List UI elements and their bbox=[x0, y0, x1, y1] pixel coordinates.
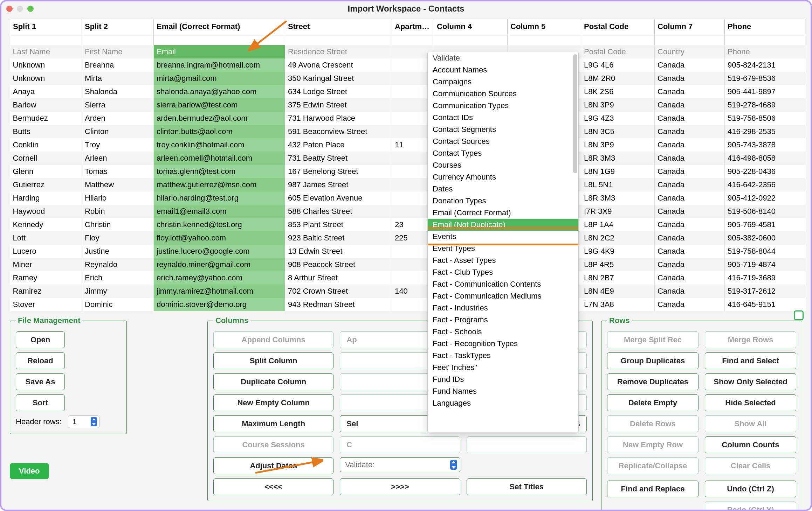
table-cell[interactable]: Canada bbox=[655, 58, 725, 72]
table-cell[interactable]: L8N 3P9 bbox=[581, 98, 655, 112]
table-cell[interactable]: Postal Code bbox=[581, 45, 655, 59]
column-header[interactable]: Column 4 bbox=[434, 19, 508, 34]
table-cell[interactable]: Kennedy bbox=[10, 218, 82, 231]
dropdown-option[interactable]: Email (Not Duplicate) bbox=[428, 219, 578, 231]
table-cell[interactable]: Floy bbox=[82, 231, 154, 245]
dropdown-option[interactable]: Fact - Asset Types bbox=[428, 254, 578, 266]
table-cell[interactable]: Canada bbox=[655, 205, 725, 218]
column-filter[interactable] bbox=[725, 34, 805, 45]
table-cell[interactable]: Canada bbox=[655, 271, 725, 285]
table-cell[interactable]: 591 Beaconview Street bbox=[285, 125, 392, 138]
dropdown-option[interactable]: Fund Names bbox=[428, 385, 578, 397]
table-cell[interactable]: dominic.stover@demo.org bbox=[154, 298, 285, 311]
adjust-dates-button[interactable]: Adjust Dates bbox=[213, 457, 333, 474]
dropdown-option[interactable]: Courses bbox=[428, 159, 578, 171]
dropdown-option[interactable]: Campaigns bbox=[428, 76, 578, 88]
table-cell[interactable]: Dominic bbox=[82, 298, 154, 311]
table-cell[interactable]: Canada bbox=[655, 98, 725, 112]
column-filter[interactable] bbox=[581, 34, 655, 45]
table-cell[interactable]: L8K 2S6 bbox=[581, 85, 655, 98]
dropdown-option[interactable]: Contact IDs bbox=[428, 112, 578, 124]
column-header[interactable]: Split 1 bbox=[10, 19, 82, 34]
table-cell[interactable]: 375 Edwin Street bbox=[285, 98, 392, 112]
dropdown-option[interactable]: Fact - Programs bbox=[428, 314, 578, 326]
table-cell[interactable]: arden.bermudez@aol.com bbox=[154, 112, 285, 125]
dropdown-option[interactable]: Feet' Inches" bbox=[428, 362, 578, 373]
table-cell[interactable]: Clinton bbox=[82, 125, 154, 138]
table-row[interactable]: HardingHilariohilario.harding@test.org60… bbox=[10, 191, 805, 205]
table-cell[interactable]: 519-317-2612 bbox=[725, 285, 805, 298]
table-cell[interactable]: Canada bbox=[655, 112, 725, 125]
table-cell[interactable]: L8R 3M3 bbox=[581, 191, 655, 205]
table-cell[interactable]: Tomas bbox=[82, 165, 154, 178]
close-icon[interactable] bbox=[6, 6, 13, 12]
table-cell[interactable]: 416-498-8058 bbox=[725, 152, 805, 165]
dropdown-option[interactable]: Contact Sources bbox=[428, 135, 578, 147]
table-cell[interactable]: Last Name bbox=[10, 45, 82, 59]
table-cell[interactable]: christin.kenned@test.org bbox=[154, 218, 285, 231]
table-cell[interactable]: Justine bbox=[82, 245, 154, 258]
table-cell[interactable]: Unknown bbox=[10, 72, 82, 85]
dropdown-option[interactable]: Currency Amounts bbox=[428, 171, 578, 183]
table-cell[interactable]: Mirta bbox=[82, 72, 154, 85]
dropdown-option[interactable]: Communication Types bbox=[428, 100, 578, 112]
dropdown-option[interactable]: Fact - TaskTypes bbox=[428, 350, 578, 362]
dropdown-option[interactable]: Email (Correct Format) bbox=[428, 207, 578, 219]
group-duplicates-button[interactable]: Group Duplicates bbox=[607, 352, 699, 369]
table-row[interactable]: KennedyChristinchristin.kenned@test.org8… bbox=[10, 218, 805, 231]
table-cell[interactable]: Gutierrez bbox=[10, 178, 82, 191]
dropdown-option[interactable]: Event Types bbox=[428, 243, 578, 254]
dropdown-option[interactable]: Contact Segments bbox=[428, 124, 578, 135]
table-cell[interactable]: L8P 1A4 bbox=[581, 218, 655, 231]
table-cell[interactable]: 13 Edwin Street bbox=[285, 245, 392, 258]
table-cell[interactable]: L9G 4Z3 bbox=[581, 112, 655, 125]
find-and-select-button[interactable]: Find and Select bbox=[705, 352, 796, 369]
table-cell[interactable]: Troy bbox=[82, 138, 154, 152]
table-cell[interactable]: L8R 3M3 bbox=[581, 152, 655, 165]
undo-button[interactable]: Undo (Ctrl Z) bbox=[705, 481, 796, 497]
table-row[interactable]: ConklinTroytroy.conklin@hotmail.com432 P… bbox=[10, 138, 805, 152]
table-cell[interactable]: justine.lucero@google.com bbox=[154, 245, 285, 258]
validate-select[interactable]: Validate: bbox=[340, 457, 460, 472]
table-cell[interactable]: 731 Beatty Street bbox=[285, 152, 392, 165]
table-cell[interactable]: Robin bbox=[82, 205, 154, 218]
table-cell[interactable]: Christin bbox=[82, 218, 154, 231]
table-row[interactable]: Last NameFirst NameEmailResidence Street… bbox=[10, 45, 805, 59]
table-cell[interactable]: 853 Plant Street bbox=[285, 218, 392, 231]
dropdown-option[interactable]: Languages bbox=[428, 397, 578, 409]
table-cell[interactable]: 905-228-0436 bbox=[725, 165, 805, 178]
table-cell[interactable]: floy.lott@yahoo.com bbox=[154, 231, 285, 245]
table-cell[interactable]: tomas.glenn@test.com bbox=[154, 165, 285, 178]
table-cell[interactable]: 905-769-4581 bbox=[725, 218, 805, 231]
table-cell[interactable]: Ramirez bbox=[10, 285, 82, 298]
table-cell[interactable]: mirta@gmail.com bbox=[154, 72, 285, 85]
table-cell[interactable]: 519-758-8506 bbox=[725, 112, 805, 125]
new-empty-column-button[interactable]: New Empty Column bbox=[213, 394, 333, 411]
table-cell[interactable]: 987 James Street bbox=[285, 178, 392, 191]
table-cell[interactable]: troy.conklin@hotmail.com bbox=[154, 138, 285, 152]
minimize-icon[interactable] bbox=[17, 6, 23, 12]
table-cell[interactable]: 905-412-0922 bbox=[725, 191, 805, 205]
table-cell[interactable]: Anaya bbox=[10, 85, 82, 98]
column-filter[interactable] bbox=[82, 34, 154, 45]
table-row[interactable]: BermudezArdenarden.bermudez@aol.com731 H… bbox=[10, 112, 805, 125]
table-cell[interactable]: Phone bbox=[725, 45, 805, 59]
column-header[interactable]: Street bbox=[285, 19, 392, 34]
table-cell[interactable]: L8L 5N1 bbox=[581, 178, 655, 191]
column-filter[interactable] bbox=[10, 34, 82, 45]
dropdown-option[interactable]: Contact Types bbox=[428, 147, 578, 159]
table-cell[interactable]: First Name bbox=[82, 45, 154, 59]
column-header[interactable]: Split 2 bbox=[82, 19, 154, 34]
table-cell[interactable]: I7R 3X9 bbox=[581, 205, 655, 218]
table-cell[interactable]: Butts bbox=[10, 125, 82, 138]
open-button[interactable]: Open bbox=[16, 331, 65, 348]
dropdown-option[interactable]: Fact - Industries bbox=[428, 302, 578, 314]
table-cell[interactable]: Harding bbox=[10, 191, 82, 205]
video-button[interactable]: Video bbox=[10, 463, 49, 479]
table-cell[interactable]: Canada bbox=[655, 72, 725, 85]
table-cell[interactable]: Lucero bbox=[10, 245, 82, 258]
table-cell[interactable]: Reynaldo bbox=[82, 258, 154, 271]
table-cell[interactable]: L8N 1G9 bbox=[581, 165, 655, 178]
table-cell[interactable]: 416-645-9151 bbox=[725, 298, 805, 311]
table-row[interactable]: MinerReynaldoreynaldo.miner@gmail.com908… bbox=[10, 258, 805, 271]
